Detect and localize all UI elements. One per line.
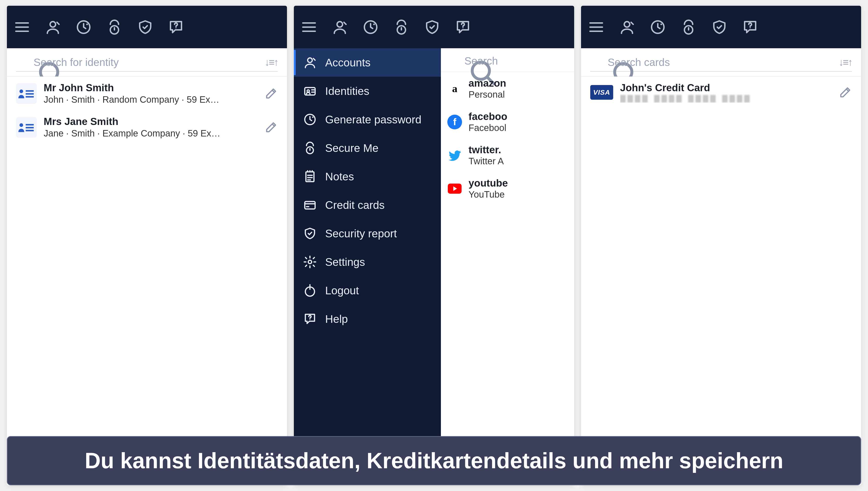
hamburger-icon[interactable] xyxy=(588,19,605,35)
side-menu: Accounts Identities Generate password Se… xyxy=(294,48,441,485)
sort-button[interactable]: ↓≡↑ xyxy=(839,57,852,68)
search-icon xyxy=(16,56,28,68)
card-icon xyxy=(303,198,317,212)
secureme-icon[interactable] xyxy=(393,19,410,35)
account-title: amazon xyxy=(468,78,506,89)
shield-icon[interactable] xyxy=(137,19,153,35)
menu-item-notes[interactable]: Notes xyxy=(294,162,441,191)
facebook-logo-icon: f xyxy=(447,115,462,129)
sort-button[interactable]: ↓≡↑ xyxy=(265,57,278,68)
search-input[interactable] xyxy=(608,56,833,68)
help-icon[interactable] xyxy=(455,19,471,35)
edit-button[interactable] xyxy=(264,87,278,100)
generate-icon[interactable] xyxy=(75,19,92,35)
search-bar: ↓≡↑ xyxy=(16,55,278,72)
caption-banner: Du kannst Identitätsdaten, Kreditkartend… xyxy=(7,436,861,485)
idcard-icon xyxy=(303,84,317,98)
card-title: John's Credit Card xyxy=(620,82,832,93)
menu-label: Accounts xyxy=(325,56,370,69)
accounts-icon[interactable] xyxy=(619,19,635,35)
account-row[interactable]: twitter. Twitter A xyxy=(441,139,574,172)
topbar xyxy=(294,6,574,48)
menu-item-credit-cards[interactable]: Credit cards xyxy=(294,191,441,219)
account-subtitle: YouTube xyxy=(468,189,508,200)
logout-icon xyxy=(303,284,317,297)
twitter-logo-icon xyxy=(447,148,462,163)
identity-row[interactable]: Mrs Jane Smith Jane · Smith · Example Co… xyxy=(7,110,287,144)
menu-item-generate-password[interactable]: Generate password xyxy=(294,105,441,134)
accounts-icon[interactable] xyxy=(331,19,348,35)
menu-item-security-report[interactable]: Security report xyxy=(294,219,441,248)
account-row[interactable]: youtube YouTube xyxy=(441,172,574,205)
generate-icon[interactable] xyxy=(649,19,666,35)
search-placeholder: Search xyxy=(464,55,498,67)
menu-label: Generate password xyxy=(325,113,422,126)
search-input[interactable] xyxy=(33,56,259,68)
menu-label: Secure Me xyxy=(325,142,378,154)
menu-label: Notes xyxy=(325,170,354,183)
menu-label: Settings xyxy=(325,256,365,268)
secureme-icon[interactable] xyxy=(106,19,123,35)
identity-title: Mrs Jane Smith xyxy=(44,116,258,127)
identity-subtitle: John · Smith · Random Company · 59 Ex… xyxy=(44,94,258,105)
card-number-masked xyxy=(620,95,832,103)
identity-icon xyxy=(16,83,37,104)
menu-label: Security report xyxy=(325,227,397,240)
edit-button[interactable] xyxy=(264,121,278,134)
notes-icon xyxy=(303,170,317,183)
account-row[interactable]: f faceboo Facebool xyxy=(441,105,574,139)
generate-icon[interactable] xyxy=(362,19,379,35)
secureme-icon[interactable] xyxy=(680,19,697,35)
account-title: youtube xyxy=(468,177,508,189)
hamburger-icon[interactable] xyxy=(14,19,30,35)
shield-icon[interactable] xyxy=(424,19,440,35)
menu-label: Credit cards xyxy=(325,199,385,211)
screen-menu-open: Accounts Identities Generate password Se… xyxy=(294,6,574,485)
topbar xyxy=(581,6,861,48)
menu-item-identities[interactable]: Identities xyxy=(294,77,441,105)
menu-item-accounts[interactable]: Accounts xyxy=(294,48,441,77)
gear-icon xyxy=(303,255,317,269)
identity-icon xyxy=(16,117,37,138)
help-icon[interactable] xyxy=(168,19,184,35)
search-wrap: ↓≡↑ xyxy=(581,48,861,77)
account-title: faceboo xyxy=(468,111,507,122)
hamburger-icon[interactable] xyxy=(301,19,317,35)
topbar xyxy=(7,6,287,48)
menu-label: Logout xyxy=(325,284,359,297)
amazon-logo-icon: a xyxy=(447,81,462,96)
account-subtitle: Personal xyxy=(468,89,506,100)
search-icon xyxy=(448,55,460,67)
shield-icon[interactable] xyxy=(711,19,728,35)
accounts-icon[interactable] xyxy=(45,19,61,35)
person-icon xyxy=(303,56,317,69)
identity-row[interactable]: Mr John Smith John · Smith · Random Comp… xyxy=(7,77,287,110)
identity-subtitle: Jane · Smith · Example Company · 59 Ex… xyxy=(44,128,258,139)
shield-icon xyxy=(303,227,317,240)
visa-logo-icon: VISA xyxy=(590,85,613,100)
menu-item-help[interactable]: Help xyxy=(294,305,441,333)
menu-item-secure-me[interactable]: Secure Me xyxy=(294,134,441,162)
generate-icon xyxy=(303,113,317,126)
card-row[interactable]: VISA John's Credit Card xyxy=(581,77,861,108)
help-icon xyxy=(303,312,317,326)
identity-title: Mr John Smith xyxy=(44,82,258,93)
help-icon[interactable] xyxy=(742,19,758,35)
search-bar: ↓≡↑ xyxy=(590,55,852,72)
account-title: twitter. xyxy=(468,144,503,155)
search-wrap: ↓≡↑ xyxy=(7,48,287,77)
menu-label: Identities xyxy=(325,85,369,97)
menu-item-settings[interactable]: Settings xyxy=(294,248,441,276)
edit-button[interactable] xyxy=(839,86,852,99)
identity-list: Mr John Smith John · Smith · Random Comp… xyxy=(7,77,287,485)
account-subtitle: Facebool xyxy=(468,123,507,133)
screen-identities: ↓≡↑ Mr John Smith John · Smith · Random … xyxy=(7,6,287,485)
menu-item-logout[interactable]: Logout xyxy=(294,276,441,305)
youtube-logo-icon xyxy=(447,181,462,196)
secureme-icon xyxy=(303,141,317,155)
card-list: VISA John's Credit Card xyxy=(581,77,861,485)
menu-label: Help xyxy=(325,313,348,325)
account-subtitle: Twitter A xyxy=(468,156,503,166)
search-icon xyxy=(590,56,602,68)
search-bar[interactable]: Search xyxy=(441,48,574,72)
